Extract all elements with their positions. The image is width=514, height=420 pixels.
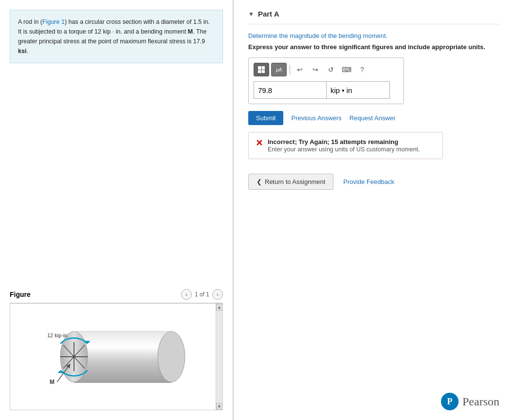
provide-feedback-link[interactable]: Provide Feedback [343,178,394,185]
arrow-left-icon: ❮ [257,178,262,185]
error-box: ✕ Incorrect; Try Again; 15 attempts rema… [248,132,443,159]
svg-point-9 [73,355,75,358]
symbol-icon: μA [276,67,282,73]
figure-next-btn[interactable]: › [212,289,223,300]
svg-point-2 [158,331,185,382]
answer-box: μA ↩ ↪ ↺ ⌨ ? [248,57,404,104]
help-button[interactable]: ? [355,63,369,76]
toolbar-separator [290,65,290,74]
pearson-logo: P [441,393,459,410]
figure-title: Figure [10,291,31,298]
return-to-assignment-button[interactable]: ❮ Return to Assignment [248,174,333,190]
scroll-down-btn[interactable]: ▼ [216,403,223,410]
undo-button[interactable]: ↩ [293,63,307,76]
pearson-name: Pearson [462,395,499,408]
svg-rect-0 [74,331,171,383]
submit-button[interactable]: Submit [248,111,283,125]
cylinder-svg: 12 kip·in. M [35,312,191,402]
scroll-down-icon: ▼ [218,404,221,409]
error-detail-text: Enter your answer using units of US cust… [268,146,420,153]
undo-icon: ↩ [297,66,303,73]
bold-M: M [188,28,193,35]
figure-scrollbar[interactable]: ▲ ▼ [216,304,222,410]
scrollbar-track[interactable] [216,310,222,403]
action-row: ❮ Return to Assignment Provide Feedback [248,174,499,190]
figure-image-container: 12 kip·in. M ▲ ▼ [10,303,223,410]
previous-answers-link[interactable]: Previous Answers [291,114,341,122]
part-instruction: Express your answer to three significant… [248,43,499,51]
keyboard-button[interactable]: ⌨ [340,63,353,76]
figure-link[interactable]: Figure 1 [42,18,65,25]
grid-icon [258,66,265,73]
refresh-button[interactable]: ↺ [324,63,338,76]
part-question: Determine the magnitude of the bending m… [248,32,499,39]
left-panel: A rod in (Figure 1) has a circular cross… [0,0,234,420]
redo-icon: ↪ [312,66,318,73]
scroll-up-btn[interactable]: ▲ [216,304,223,310]
figure-prev-btn[interactable]: ‹ [181,289,192,300]
problem-text-1: A rod in ( [18,18,42,25]
scroll-up-icon: ▲ [218,305,221,310]
ksi-label: ksi [18,48,26,55]
submit-row: Submit Previous Answers Request Answer [248,111,499,125]
request-answer-link[interactable]: Request Answer [349,114,396,122]
error-bold-text: Incorrect; Try Again; 15 attempts remain… [268,138,420,146]
cylinder-area: 12 kip·in. M [10,304,216,410]
unit-input[interactable] [327,81,390,99]
figure-nav-controls: ‹ 1 of 1 › [181,289,223,300]
chevron-right-icon: › [217,292,219,297]
problem-statement: A rod in (Figure 1) has a circular cross… [10,10,223,63]
help-icon: ? [360,66,364,73]
refresh-icon: ↺ [328,66,334,73]
toolbar: μA ↩ ↪ ↺ ⌨ ? [254,63,399,76]
chevron-left-icon: ‹ [185,292,187,297]
keyboard-icon: ⌨ [342,66,351,73]
pearson-footer: P Pearson [248,383,499,410]
part-header: ▼ Part A [248,10,499,24]
figure-header: Figure ‹ 1 of 1 › [10,289,223,303]
input-row [254,81,399,99]
error-content: Incorrect; Try Again; 15 attempts remain… [268,138,420,153]
part-label: Part A [258,10,279,18]
answer-input[interactable] [254,81,327,99]
right-panel: ▼ Part A Determine the magnitude of the … [234,0,514,420]
collapse-arrow[interactable]: ▼ [248,11,254,18]
svg-text:12 kip·in.: 12 kip·in. [47,332,69,338]
problem-text-4: . [26,48,28,55]
matrix-button[interactable] [254,63,269,76]
redo-button[interactable]: ↪ [309,63,322,76]
figure-section: Figure ‹ 1 of 1 › [10,289,223,410]
symbol-button[interactable]: μA [271,63,287,76]
return-label: Return to Assignment [265,178,325,185]
error-icon: ✕ [256,138,263,149]
figure-page-indicator: 1 of 1 [195,291,209,298]
svg-text:M: M [50,379,55,385]
pearson-logo-letter: P [447,397,453,407]
